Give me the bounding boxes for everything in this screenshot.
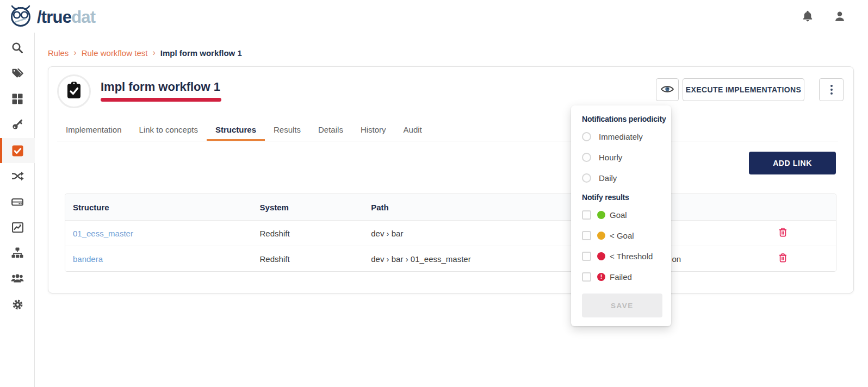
failed-exclamation-icon: ! [597,273,605,281]
checkbox-icon[interactable] [582,210,591,220]
delete-link-button[interactable] [776,225,790,241]
periodicity-title: Notifications periodicity [582,113,662,125]
sidebar-item-charts[interactable] [0,215,35,240]
clipped-cell: on [667,254,730,264]
brand-true-text: /true [37,8,71,27]
checkbox-icon[interactable] [582,252,591,261]
goal-dot-icon [597,211,605,219]
lt-threshold-dot-icon [597,252,605,260]
preview-eye-button[interactable] [656,78,679,101]
structure-link[interactable]: 01_eess_master [73,229,133,238]
radio-option-hourly[interactable]: Hourly [582,147,662,167]
sidebar-item-search[interactable] [0,35,35,60]
column-header-system: System [252,203,364,212]
gear-icon [12,299,23,310]
tags-icon [11,68,24,79]
implementation-type-badge [57,74,91,108]
sidebar-item-taxonomy[interactable] [0,240,35,265]
sidebar [0,33,35,387]
checkbox-label: Goal [610,210,627,220]
user-profile-icon[interactable] [833,9,847,23]
checkbox-option-lt-threshold[interactable]: < Threshold [582,246,662,266]
checkbox-option-failed[interactable]: ! Failed [582,266,662,287]
radio-option-immediately[interactable]: Immediately [582,126,662,147]
sidebar-item-tags[interactable] [0,61,35,86]
search-icon [11,42,23,54]
trash-icon [778,227,788,239]
clipboard-check-icon [66,82,82,102]
sidebar-item-settings[interactable] [0,292,35,317]
checkbox-label: < Threshold [610,252,653,261]
execute-implementations-button[interactable]: EXECUTE IMPLEMENTATIONS [683,78,804,101]
shuffle-icon [11,171,24,182]
tab-results[interactable]: Results [265,118,309,141]
chart-line-icon [12,222,23,233]
check-square-icon [12,145,23,157]
checkbox-icon[interactable] [582,272,591,282]
tab-implementation[interactable]: Implementation [57,118,131,141]
app-root: /truedat [0,0,868,387]
table-header-row: Structure System Path [65,194,836,220]
brand-text: /truedat [37,5,95,30]
implementation-card: Impl form workflow 1 EXECUTE IMPLEMENTAT… [48,66,854,294]
owl-logo-icon [8,4,37,31]
more-options-button[interactable] [819,78,844,101]
tab-structures[interactable]: Structures [207,118,265,141]
trash-icon [778,253,788,265]
table-row: 01_eess_master Redshift dev › bar [65,220,836,246]
users-icon [11,273,24,283]
kebab-menu-icon [830,85,833,95]
breadcrumb: Rules › Rule workflow test › Impl form w… [48,48,242,58]
lt-goal-dot-icon [597,232,605,240]
topbar: /truedat [0,0,868,33]
structure-link[interactable]: bandera [73,254,103,264]
radio-option-daily[interactable]: Daily [582,167,662,188]
tab-history[interactable]: History [352,118,395,141]
key-icon [12,119,23,130]
checkbox-label: Failed [610,272,632,282]
system-cell: Redshift [252,254,364,264]
breadcrumb-separator: › [73,48,76,58]
sitemap-icon [11,247,23,258]
checkbox-option-goal[interactable]: Goal [582,204,662,225]
checkbox-option-lt-goal[interactable]: < Goal [582,225,662,246]
notify-results-title: Notify results [582,191,662,203]
tab-bar: Implementation Link to concepts Structur… [57,118,838,141]
checkbox-label: < Goal [610,231,634,240]
sidebar-item-groups[interactable] [0,266,35,291]
notifications-bell-icon[interactable] [801,9,815,23]
save-button[interactable]: SAVE [582,294,662,317]
tab-audit[interactable]: Audit [395,118,431,141]
brand-dat-text: dat [71,8,95,27]
eye-icon [661,85,674,95]
checkbox-icon[interactable] [582,231,591,240]
grid-icon [12,93,23,104]
tab-details[interactable]: Details [309,118,352,141]
structures-table: Structure System Path 01_eess_master Red… [65,194,836,272]
hard-drive-icon [11,197,23,207]
sidebar-item-quality-rules[interactable] [0,138,35,163]
main-content: Rules › Rule workflow test › Impl form w… [35,0,868,387]
tab-link-to-concepts[interactable]: Link to concepts [131,118,207,141]
breadcrumb-current: Impl form workflow 1 [160,48,242,58]
system-cell: Redshift [252,229,364,238]
breadcrumb-link-rules[interactable]: Rules [48,48,69,58]
radio-circle-icon[interactable] [582,132,591,141]
breadcrumb-link-rule-workflow-test[interactable]: Rule workflow test [82,48,148,58]
table-row: bandera Redshift dev › bar › 01_eess_mas… [65,246,836,271]
sidebar-item-systems[interactable] [0,189,35,214]
delete-link-button[interactable] [776,251,790,267]
radio-circle-icon[interactable] [582,173,591,183]
sidebar-item-permissions[interactable] [0,112,35,137]
radio-label: Hourly [599,153,622,162]
radio-circle-icon[interactable] [582,153,591,162]
add-link-button[interactable]: ADD LINK [749,152,836,174]
radio-label: Immediately [599,132,643,141]
notifications-popover: Notifications periodicity Immediately Ho… [571,105,671,326]
sidebar-item-dashboards[interactable] [0,86,35,111]
column-header-structure: Structure [65,203,252,212]
sidebar-item-lineage[interactable] [0,164,35,189]
brand-logo[interactable]: /truedat [8,4,95,31]
page-title: Impl form workflow 1 [101,80,220,94]
breadcrumb-separator: › [152,48,155,58]
